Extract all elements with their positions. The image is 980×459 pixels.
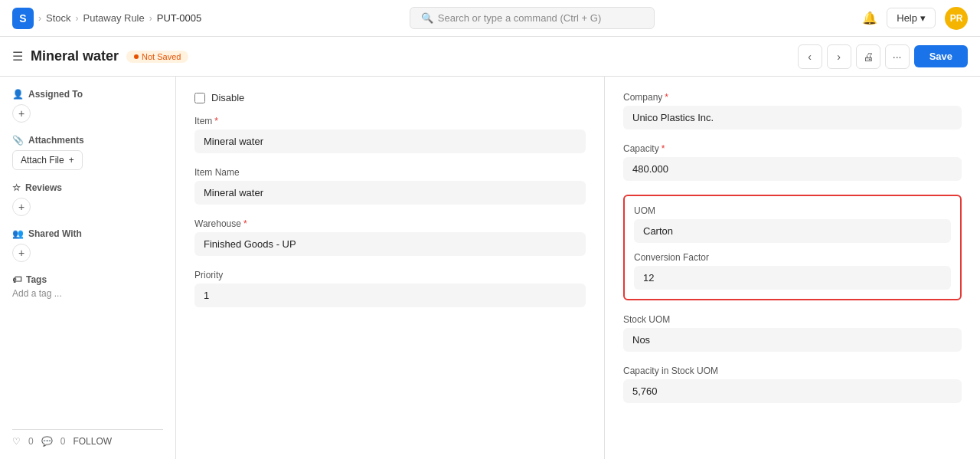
attachments-header: 📎 Attachments: [12, 135, 163, 146]
help-label: Help: [897, 12, 917, 24]
uom-label: UOM: [634, 205, 951, 216]
item-name-label: Item Name: [194, 167, 586, 178]
prev-button[interactable]: ‹: [798, 44, 822, 69]
sidebar: 👤 Assigned To + 📎 Attachments Attach Fil…: [0, 77, 176, 459]
reviews-add-button[interactable]: +: [12, 198, 31, 216]
item-name-group: Item Name Mineral water: [194, 167, 586, 205]
star-icon: ☆: [12, 182, 21, 193]
reviews-label: Reviews: [25, 182, 62, 193]
notifications-button[interactable]: 🔔: [862, 11, 877, 25]
item-group: Item * Mineral water: [194, 116, 586, 153]
capacity-group: Capacity * 480.000: [623, 143, 962, 181]
warehouse-input[interactable]: Finished Goods - UP: [194, 232, 586, 256]
like-icon[interactable]: ♡: [12, 436, 21, 447]
search-icon: 🔍: [421, 12, 433, 24]
attachments-label: Attachments: [28, 135, 84, 146]
reviews-section: ☆ Reviews +: [12, 182, 163, 216]
shared-with-add-button[interactable]: +: [12, 244, 31, 262]
more-options-button[interactable]: ···: [885, 44, 910, 69]
item-required: *: [214, 116, 218, 126]
stock-uom-group: Stock UOM Nos: [623, 314, 962, 352]
topnav-left: S › Stock › Putaway Rule › PUT-0005: [12, 8, 201, 29]
topnav: S › Stock › Putaway Rule › PUT-0005 🔍 Se…: [0, 0, 980, 37]
uom-section: UOM Carton Conversion Factor 12: [623, 195, 962, 300]
tag-icon: 🏷: [12, 274, 21, 285]
follow-button[interactable]: FOLLOW: [73, 436, 112, 447]
priority-label: Priority: [194, 270, 586, 280]
comment-icon[interactable]: 💬: [41, 436, 53, 447]
warehouse-required: *: [243, 218, 247, 229]
app-icon[interactable]: S: [12, 8, 34, 29]
item-input[interactable]: Mineral water: [194, 130, 586, 153]
tags-label: Tags: [26, 274, 47, 285]
breadcrumb-stock[interactable]: Stock: [46, 12, 71, 24]
stock-uom-input: Nos: [623, 328, 962, 352]
attach-file-button[interactable]: Attach File +: [12, 150, 83, 170]
form-left: Disable Item * Mineral water Item Name M…: [176, 77, 605, 459]
shared-with-header: 👥 Shared With: [12, 228, 163, 239]
company-label: Company *: [623, 92, 962, 103]
breadcrumb-current: PUT-0005: [157, 12, 202, 24]
capacity-stock-uom-group: Capacity in Stock UOM 5,760: [623, 366, 962, 403]
topnav-center: 🔍 Search or type a command (Ctrl + G): [201, 7, 862, 29]
not-saved-badge: Not Saved: [126, 51, 188, 63]
disable-label: Disable: [211, 92, 244, 103]
chevron-down-icon: ▾: [920, 12, 926, 24]
breadcrumb-sep-1: ›: [38, 13, 41, 24]
comments-count: 0: [60, 436, 66, 447]
priority-input[interactable]: 1: [194, 284, 586, 307]
search-bar[interactable]: 🔍 Search or type a command (Ctrl + G): [410, 7, 655, 29]
item-label: Item *: [194, 116, 586, 126]
search-placeholder: Search or type a command (Ctrl + G): [438, 12, 602, 24]
not-saved-dot: [134, 54, 139, 59]
next-button[interactable]: ›: [827, 44, 851, 69]
capacity-input[interactable]: 480.000: [623, 157, 962, 181]
breadcrumb-sep-2: ›: [76, 13, 79, 24]
share-icon: 👥: [12, 228, 24, 239]
assigned-to-label: Assigned To: [28, 89, 83, 100]
conversion-factor-input[interactable]: 12: [634, 266, 951, 290]
disable-row: Disable: [194, 92, 586, 103]
stock-uom-label: Stock UOM: [623, 314, 962, 325]
paperclip-icon: 📎: [12, 135, 24, 146]
hamburger-icon[interactable]: ☰: [12, 49, 23, 64]
company-required: *: [665, 92, 668, 103]
capacity-label: Capacity *: [623, 143, 962, 154]
company-input[interactable]: Unico Plastics Inc.: [623, 106, 962, 130]
capacity-required: *: [662, 143, 665, 154]
content-area: Disable Item * Mineral water Item Name M…: [176, 77, 980, 459]
page-header-right: ‹ › 🖨 ··· Save: [798, 44, 968, 69]
conversion-factor-label: Conversion Factor: [634, 252, 951, 263]
warehouse-label: Warehouse *: [194, 218, 586, 229]
topnav-right: 🔔 Help ▾ PR: [862, 7, 968, 30]
tags-header: 🏷 Tags: [12, 274, 163, 285]
attachments-section: 📎 Attachments Attach File +: [12, 135, 163, 170]
page-header: ☰ Mineral water Not Saved ‹ › 🖨 ··· Save: [0, 37, 980, 77]
plus-icon: +: [69, 155, 74, 166]
uom-input[interactable]: Carton: [634, 219, 951, 243]
item-name-input: Mineral water: [194, 181, 586, 205]
shared-with-label: Shared With: [28, 228, 82, 239]
priority-group: Priority 1: [194, 270, 586, 307]
person-icon: 👤: [12, 89, 24, 100]
sidebar-bottom: ♡ 0 💬 0 FOLLOW: [12, 429, 163, 447]
page-title: Mineral water: [31, 48, 119, 64]
not-saved-label: Not Saved: [142, 52, 181, 61]
breadcrumb-putaway-rule[interactable]: Putaway Rule: [83, 12, 145, 24]
print-button[interactable]: 🖨: [856, 44, 880, 69]
page-header-left: ☰ Mineral water Not Saved: [12, 48, 188, 64]
add-tag-link[interactable]: Add a tag ...: [12, 288, 163, 299]
tags-section: 🏷 Tags Add a tag ...: [12, 274, 163, 299]
capacity-stock-uom-label: Capacity in Stock UOM: [623, 366, 962, 376]
reviews-header: ☆ Reviews: [12, 182, 163, 193]
company-group: Company * Unico Plastics Inc.: [623, 92, 962, 130]
assigned-to-header: 👤 Assigned To: [12, 89, 163, 100]
disable-checkbox[interactable]: [194, 93, 205, 103]
shared-with-section: 👥 Shared With +: [12, 228, 163, 262]
save-button[interactable]: Save: [914, 45, 968, 67]
avatar[interactable]: PR: [945, 7, 968, 30]
assigned-to-add-button[interactable]: +: [12, 104, 31, 123]
warehouse-group: Warehouse * Finished Goods - UP: [194, 218, 586, 256]
capacity-stock-uom-input: 5,760: [623, 379, 962, 403]
help-button[interactable]: Help ▾: [887, 8, 936, 28]
